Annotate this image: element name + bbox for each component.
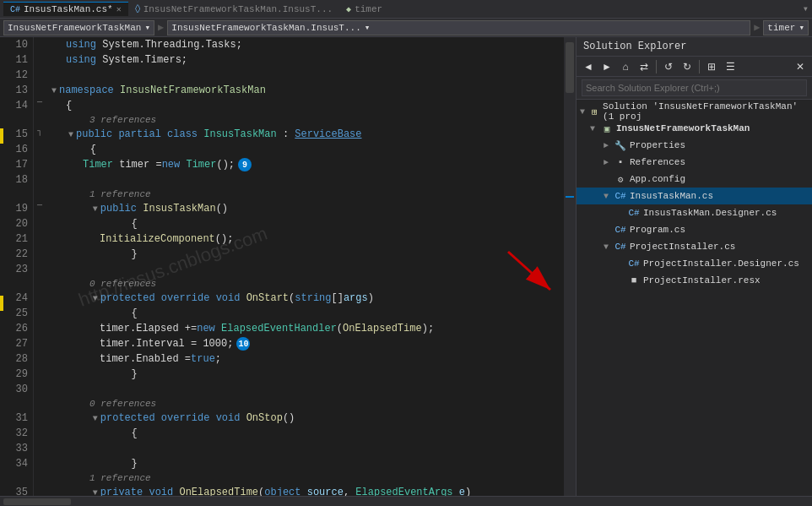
se-label-project: InsusNetFrameworkTaskMan (616, 123, 750, 133)
se-close-btn[interactable]: ✕ (792, 59, 809, 74)
cs-icon: C# (10, 5, 20, 14)
properties-icon: 🔧 (614, 139, 627, 152)
se-label-properties: Properties (630, 140, 685, 150)
se-item-projinstaller-resx[interactable]: ► ■ ProjectInstaller.resx (577, 272, 812, 289)
ln-ref19 (3, 188, 28, 201)
ln-ref31 (3, 397, 28, 411)
collapse-35-btn[interactable]: ▼ (90, 488, 100, 497)
dropdown-arrow-2: ▾ (365, 22, 371, 33)
collapse-24-btn[interactable]: ▼ (90, 294, 100, 303)
se-filter-btn[interactable]: ☰ (722, 59, 739, 74)
ref-hint-0a: 0 references (49, 277, 564, 291)
se-toolbar: ◄ ► ⌂ ⇄ ↺ ↻ ⊞ ☰ ✕ (577, 57, 812, 77)
tab-inactive-2[interactable]: ◆ timer (339, 4, 389, 14)
se-item-solution[interactable]: ▼ ⊞ Solution 'InsusNetFrameworkTaskMan' … (577, 103, 812, 120)
ln-23: 23 (3, 262, 28, 277)
se-title: Solution Explorer (583, 41, 686, 52)
se-item-project[interactable]: ▼ ▣ InsusNetFrameworkTaskMan (577, 120, 812, 137)
code-line-27: timer.Interval = 1000; 10 (49, 336, 564, 351)
scrollbar-thumb[interactable] (566, 42, 574, 93)
main-area: 10 11 12 13 14 15 16 17 18 19 20 21 22 2… (0, 37, 812, 496)
references-icon: ▪ (614, 155, 627, 169)
badge-10: 10 (236, 337, 250, 351)
nav-dropdown-3[interactable]: timer ▾ (763, 20, 809, 35)
tab-label-3: timer (355, 4, 382, 14)
se-label-projinstaller: ProjectInstaller.cs (630, 242, 735, 252)
tab-label: InsusTaskMan.cs* (24, 4, 113, 14)
code-line-31: ▼ protected override void OnStop () (49, 411, 564, 426)
ln-18: 18 (3, 172, 28, 188)
code-content[interactable]: using System.Threading.Tasks; using Syst… (46, 37, 564, 496)
expand-designer: ► (617, 209, 627, 218)
ln-26: 26 (3, 321, 28, 336)
cs-designer-icon: C# (627, 206, 641, 220)
nav-label-1: InsusNetFrameworkTaskMan (8, 23, 141, 33)
se-show-all-btn[interactable]: ⊞ (703, 59, 720, 74)
collapse-15-btn[interactable]: ▼ (66, 130, 76, 139)
obj-icon: ◆ (346, 4, 351, 14)
se-collapse-btn[interactable]: ↺ (660, 59, 677, 74)
scroll-tabs-right[interactable]: ▾ (803, 3, 809, 15)
appconfig-icon: ⚙ (614, 172, 627, 186)
se-search-bar (577, 77, 812, 100)
ln-21: 21 (3, 231, 28, 247)
editor-scrollbar[interactable] (564, 37, 576, 496)
se-sync-btn[interactable]: ⇄ (636, 59, 652, 74)
code-line-26: timer.Elapsed += new ElapsedEventHandler… (49, 321, 564, 336)
tab-bar: C# InsusTaskMan.cs* ✕ 〈〉 InsusNetFramewo… (0, 0, 812, 19)
bookmark-17 (0, 128, 3, 144)
nav-sep-2: ▶ (754, 21, 760, 34)
nav-sep: ▶ (158, 21, 164, 34)
collapse-14[interactable]: ─ (34, 98, 46, 113)
se-back-btn[interactable]: ◄ (580, 59, 597, 74)
scroll-position-indicator (566, 196, 574, 198)
code-line-28: timer.Enabled = true ; (49, 351, 564, 367)
collapse-15[interactable]: ┐ (34, 127, 46, 142)
se-item-properties[interactable]: ► 🔧 Properties (577, 137, 812, 154)
collapse-31-btn[interactable]: ▼ (90, 414, 100, 423)
gutter-markers (0, 37, 3, 496)
se-search-input[interactable] (582, 79, 807, 96)
se-item-appconfig[interactable]: ► ⚙ App.config (577, 171, 812, 188)
nav-dropdown-2[interactable]: InsusNetFrameworkTaskMan.InsusT... ▾ (167, 20, 750, 35)
se-item-program[interactable]: ► C# Program.cs (577, 221, 812, 238)
nav-label-2: InsusNetFrameworkTaskMan.InsusT... (171, 23, 360, 33)
collapse-13-btn[interactable]: ▼ (49, 86, 59, 95)
se-item-projinstaller[interactable]: ▼ C# ProjectInstaller.cs (577, 238, 812, 255)
collapse-19-btn[interactable]: ▼ (90, 204, 100, 214)
ln-25: 25 (3, 306, 28, 321)
expand-solution: ▼ (580, 107, 588, 117)
ln-10: 10 (3, 37, 28, 52)
se-item-insustaskman[interactable]: ▼ C# InsusTaskMan.cs (577, 188, 812, 204)
code-line-22: } (49, 247, 564, 262)
se-forward-btn[interactable]: ► (598, 59, 615, 74)
hscroll-thumb[interactable] (3, 498, 71, 505)
se-item-projinstaller-designer[interactable]: ► C# ProjectInstaller.Designer.cs (577, 255, 812, 272)
solution-icon: ⊞ (588, 105, 600, 118)
ref-hint-3: 3 references (49, 113, 564, 127)
se-tree: ▼ ⊞ Solution 'InsusNetFrameworkTaskMan' … (577, 100, 812, 496)
tab-close-button[interactable]: ✕ (116, 4, 122, 14)
editor-hscroll[interactable] (0, 496, 812, 506)
ln-29: 29 (3, 367, 28, 382)
code-editor: 10 11 12 13 14 15 16 17 18 19 20 21 22 2… (0, 37, 576, 496)
se-refresh-btn[interactable]: ↻ (679, 59, 696, 74)
ln-13: 13 (3, 83, 28, 98)
cs-projinstaller-designer-icon: C# (627, 257, 641, 270)
collapse-19[interactable]: ─ (34, 201, 46, 216)
tab-active[interactable]: C# InsusTaskMan.cs* ✕ (3, 2, 128, 16)
code-line-19: ▼ public InsusTaskMan () (49, 201, 564, 216)
code-line-12 (49, 68, 564, 83)
ln-17: 17 (3, 157, 28, 172)
tab-inactive-1[interactable]: 〈〉 InsusNetFrameworkTaskMan.InsusT... (128, 4, 339, 14)
se-home-btn[interactable]: ⌂ (617, 59, 634, 74)
se-item-insustaskman-designer[interactable]: ► C# InsusTaskMan.Designer.cs (577, 204, 812, 221)
tab-label-2: InsusNetFrameworkTaskMan.InsusT... (143, 4, 333, 14)
nav-dropdown-1[interactable]: InsusNetFrameworkTaskMan ▾ (3, 20, 154, 35)
code-line-15: ▼ public partial class InsusTaskMan : Se… (49, 127, 564, 142)
ln-28: 28 (3, 351, 28, 367)
cs-program-icon: C# (614, 223, 627, 237)
se-item-references[interactable]: ► ▪ References (577, 154, 812, 171)
badge-9: 9 (238, 158, 252, 171)
ln-34: 34 (3, 456, 28, 471)
